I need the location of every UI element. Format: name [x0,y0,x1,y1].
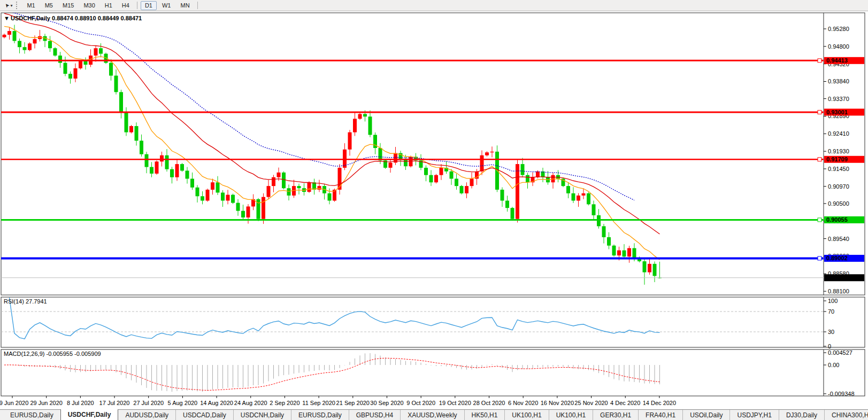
timeframe-toolbar: ➤ ▾ M1M5M15M30H1H4D1W1MN [0,0,868,11]
timeframe-button-h4[interactable]: H4 [118,1,134,10]
macd-tick: 0.00 [828,362,839,368]
chart-area[interactable]: 0.952800.948000.943200.938400.933700.928… [0,11,868,409]
hline-handle[interactable] [818,256,821,260]
symbol-tab-bar: EURUSD,DailyUSDCHF,DailyAUDUSD,DailyUSDC… [0,409,868,420]
pane-frames [1,13,865,396]
symbol-tabs: EURUSD,DailyUSDCHF,DailyAUDUSD,DailyUSDC… [3,410,868,420]
tab-usdcad-daily[interactable]: USDCAD,Daily [175,410,233,420]
rsi-label: RSI(14) 27.7941 [4,298,47,305]
date-tick: 28 Oct 2020 [473,400,505,406]
hline-price-label: 0.93001 [826,109,848,115]
toolbar-grip-handle[interactable] [16,2,19,9]
tab-usoil-daily[interactable]: USOil,Daily [682,410,729,420]
ma-slow-blue [4,11,634,200]
tab-dj30-daily[interactable]: DJ30,Daily [779,410,824,420]
macd-tick: 0.004527 [828,349,852,356]
mt4-window: ➤ ▾ M1M5M15M30H1H4D1W1MN 0.952800.948000… [0,0,868,420]
date-tick: 25 Nov 2020 [574,400,608,406]
timeframe-button-h1[interactable]: H1 [101,1,117,10]
rsi-pane[interactable]: 10070300 [1,298,838,349]
toolbar-separator [137,2,137,9]
tab-ger30-h1[interactable]: GER30,H1 [593,410,638,420]
macd-pane[interactable]: 0.0045270.00-0.009348 [4,349,855,397]
timeframe-buttons: M1M5M15M30H1H4D1W1MN [22,0,200,11]
current-price-label: 0.88471 [826,275,848,281]
macd-tick: -0.009348 [828,391,855,397]
chart-title: USDCHF,Daily 0.88474 0.88910 0.88449 0.8… [11,15,142,21]
tab-usdjpy-h1[interactable]: USDJPY,H1 [729,410,778,420]
timeframe-button-d1[interactable]: D1 [141,1,157,10]
date-tick: 30 Sep 2020 [370,400,403,406]
hline-price-label: 0.90055 [826,216,848,223]
date-tick: 9 Oct 2020 [406,400,435,406]
rsi-tick: 30 [828,329,834,335]
timeframe-button-w1[interactable]: W1 [158,1,175,10]
date-tick: 6 Nov 2020 [508,400,538,406]
date-tick: 27 Jul 2020 [133,400,164,406]
date-tick: 19 Jun 2020 [0,400,28,406]
tab-china300-h1[interactable]: CHINA300,H1 [824,410,868,420]
price-tick: 0.92410 [828,130,849,137]
tab-xauusd-weekly[interactable]: XAUUSD,Weekly [400,410,464,420]
hline-handle[interactable] [818,110,821,114]
main-price-pane[interactable] [1,11,824,285]
hline-price-label: 0.94413 [826,57,848,64]
timeframe-button-m30[interactable]: M30 [79,1,99,10]
tab-fra40-h1[interactable]: FRA40,H1 [638,410,682,420]
ma-medium-red [4,13,660,234]
tab-eurusd-daily[interactable]: EURUSD,Daily [291,410,349,420]
date-tick: 29 Jun 2020 [30,400,63,406]
cursor-icon: ➤ [4,2,11,9]
tab-hk50-h1[interactable]: HK50,H1 [464,410,505,420]
ma-fast-orange [4,26,660,260]
price-tick: 0.94800 [828,43,849,50]
toolbar-separator [197,2,198,9]
price-tick: 0.95280 [828,26,849,32]
tab-uk100-h1[interactable]: UK100,H1 [549,410,593,420]
rsi-tick: 0 [828,343,831,349]
price-tick: 0.90500 [828,200,849,207]
cursor-tool-button[interactable]: ➤ ▾ [3,1,14,10]
date-tick: 14 Dec 2020 [643,400,676,406]
hline-price-label: 0.91709 [826,156,848,162]
price-tick: 0.90970 [828,183,849,190]
date-axis[interactable]: 19 Jun 202029 Jun 20208 Jul 202017 Jul 2… [0,396,676,406]
candlesticks [3,25,662,284]
price-tick: 0.88100 [828,288,849,294]
date-tick: 17 Jul 2020 [99,400,130,406]
collapse-icon[interactable]: ▼ [4,15,10,21]
hline-handle[interactable] [818,158,821,161]
hline-handle[interactable] [818,59,821,63]
date-tick: 14 Aug 2020 [200,400,233,406]
date-tick: 8 Jul 2020 [67,400,94,406]
tab-usdcnh-daily[interactable]: USDCNH,Daily [233,410,291,420]
date-tick: 2 Sep 2020 [270,400,299,406]
timeframe-button-m1[interactable]: M1 [22,1,39,10]
date-tick: 4 Dec 2020 [610,400,640,406]
price-tick: 0.91450 [828,166,849,172]
tab-uk100-h1[interactable]: UK100,H1 [504,410,548,420]
date-tick: 11 Sep 2020 [302,400,335,406]
date-tick: 5 Aug 2020 [168,400,198,406]
hline-price-label: 0.89002 [826,255,848,261]
rsi-line [10,298,660,339]
tab-gbpusd-h4[interactable]: GBPUSD,H4 [349,410,400,420]
date-tick: 24 Aug 2020 [234,400,267,406]
tab-usdchf-daily[interactable]: USDCHF,Daily [60,409,119,420]
tab-audusd-daily[interactable]: AUDUSD,Daily [118,410,175,420]
date-tick: 19 Oct 2020 [439,400,471,406]
date-tick: 16 Nov 2020 [541,400,574,406]
date-tick: 21 Sep 2020 [336,400,370,406]
hline-handle[interactable] [818,218,821,222]
rsi-tick: 70 [828,308,834,315]
price-tick: 0.93840 [828,78,849,84]
macd-label: MACD(12,26,9) -0.005955 -0.005909 [4,351,101,357]
rsi-tick: 100 [828,298,838,304]
macd-histogram [4,353,660,392]
macd-signal-line [4,358,660,390]
timeframe-button-m15[interactable]: M15 [58,1,78,10]
tab-eurusd-daily[interactable]: EURUSD,Daily [3,410,60,420]
timeframe-button-mn[interactable]: MN [176,1,194,10]
timeframe-button-m5[interactable]: M5 [41,1,57,10]
price-tick: 0.89540 [828,236,849,242]
